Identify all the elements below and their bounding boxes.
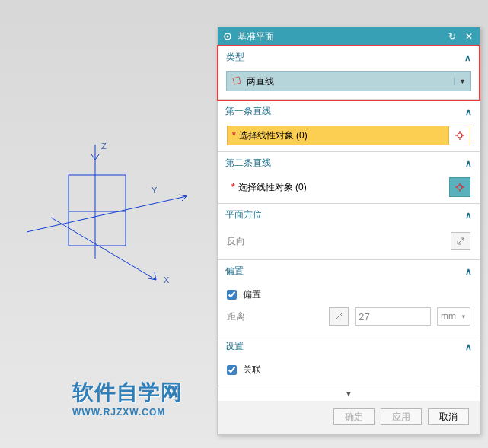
target-picker-button[interactable] <box>448 126 470 145</box>
distance-label: 距离 <box>227 310 323 323</box>
expand-toggle[interactable]: ▼ <box>218 386 480 401</box>
svg-line-26 <box>458 238 464 244</box>
distance-input[interactable] <box>355 307 431 326</box>
svg-line-8 <box>95 154 99 160</box>
section-offset-header[interactable]: 偏置 ∧ <box>218 260 480 282</box>
close-icon[interactable]: ✕ <box>463 31 475 42</box>
measure-button[interactable] <box>329 307 349 326</box>
datum-plane-dialog: 基准平面 ↻ ✕ 类型 ∧ 两直线 ▼ 第一条直线 <box>217 27 480 435</box>
svg-line-9 <box>91 154 95 160</box>
svg-point-15 <box>227 36 229 38</box>
type-section-highlight: 类型 ∧ 两直线 ▼ <box>217 45 480 101</box>
dialog-titlebar[interactable]: 基准平面 ↻ ✕ <box>218 27 480 46</box>
select-line2-text: 选择线性对象 (0) <box>238 181 307 194</box>
section-line1-label: 第一条直线 <box>225 105 271 118</box>
select-line1-text: 选择线性对象 (0) <box>239 129 308 142</box>
section-line1-header[interactable]: 第一条直线 ∧ <box>218 100 480 122</box>
required-asterisk-icon: * <box>231 182 235 192</box>
watermark-url: WWW.RJZXW.COM <box>72 407 183 418</box>
reset-icon[interactable]: ↻ <box>446 31 458 42</box>
plane-icon <box>231 75 242 88</box>
chevron-up-icon: ∧ <box>465 158 472 169</box>
unit-value: mm <box>441 311 456 322</box>
chevron-up-icon: ∧ <box>465 210 472 221</box>
offset-check-label: 偏置 <box>243 288 470 301</box>
svg-line-12 <box>179 195 187 196</box>
chevron-up-icon: ∧ <box>464 52 471 63</box>
axis-x-label: X <box>164 275 170 284</box>
watermark: 软件自学网 WWW.RJZXW.COM <box>72 378 183 418</box>
section-line2-label: 第二条直线 <box>225 157 271 170</box>
reverse-direction-button[interactable] <box>451 232 470 250</box>
type-dropdown-value: 两直线 <box>247 75 446 88</box>
select-line2-row[interactable]: * 选择线性对象 (0) <box>227 177 470 197</box>
reverse-label: 反向 <box>227 235 445 248</box>
svg-point-21 <box>458 185 462 189</box>
ok-button[interactable]: 确定 <box>333 408 375 425</box>
type-dropdown[interactable]: 两直线 ▼ <box>226 71 471 91</box>
offset-checkbox[interactable] <box>227 290 237 300</box>
section-orient-label: 平面方位 <box>225 208 262 221</box>
section-settings-label: 设置 <box>225 340 244 353</box>
svg-line-1 <box>51 218 156 280</box>
gear-icon <box>222 31 233 42</box>
section-settings-header[interactable]: 设置 ∧ <box>218 335 480 357</box>
svg-point-16 <box>458 133 462 138</box>
chevron-up-icon: ∧ <box>465 342 472 352</box>
select-line1-row[interactable]: * 选择线性对象 (0) <box>227 126 470 145</box>
associative-checkbox[interactable] <box>227 365 237 375</box>
section-offset-label: 偏置 <box>225 265 244 278</box>
dialog-button-row: 确定 应用 取消 <box>218 401 480 434</box>
chevron-up-icon: ∧ <box>465 106 472 117</box>
axes-wireframe: Z Y X <box>11 129 209 327</box>
section-type-label: 类型 <box>226 51 244 64</box>
chevron-up-icon: ∧ <box>465 266 472 277</box>
cancel-button[interactable]: 取消 <box>428 408 469 425</box>
section-line2-header[interactable]: 第二条直线 ∧ <box>218 152 480 174</box>
axis-z-label: Z <box>101 141 107 151</box>
axis-y-label: Y <box>152 186 158 195</box>
watermark-title: 软件自学网 <box>72 378 183 407</box>
section-type-header[interactable]: 类型 ∧ <box>218 46 479 68</box>
section-orient-header[interactable]: 平面方位 ∧ <box>218 204 480 226</box>
svg-line-0 <box>27 196 187 232</box>
apply-button[interactable]: 应用 <box>381 408 422 425</box>
dialog-title: 基准平面 <box>238 30 274 43</box>
required-asterisk-icon: * <box>232 130 236 141</box>
associative-label: 关联 <box>243 364 470 377</box>
dropdown-arrow-icon[interactable]: ▼ <box>454 78 466 85</box>
target-picker-button[interactable] <box>449 177 470 197</box>
dropdown-arrow-icon: ▼ <box>461 313 467 320</box>
unit-dropdown[interactable]: mm ▼ <box>437 307 470 326</box>
